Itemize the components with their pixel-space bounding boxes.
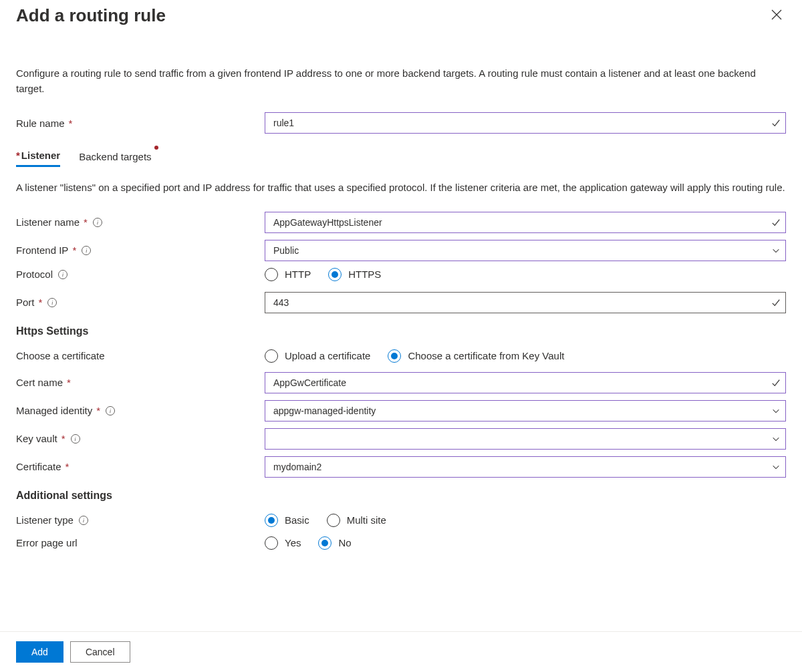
info-icon[interactable]: i: [93, 218, 102, 227]
info-icon[interactable]: i: [82, 246, 91, 255]
add-button[interactable]: Add: [16, 641, 63, 663]
listener-name-input[interactable]: [265, 212, 786, 233]
rule-name-label: Rule name*: [16, 118, 265, 129]
close-button[interactable]: [767, 5, 786, 26]
info-icon[interactable]: i: [79, 516, 88, 525]
protocol-http-radio[interactable]: HTTP: [265, 268, 311, 281]
protocol-https-label: HTTPS: [348, 269, 381, 280]
listener-type-basic-radio[interactable]: Basic: [265, 514, 309, 527]
keyvault-certificate-label: Choose a certificate from Key Vault: [408, 350, 564, 361]
managed-identity-select[interactable]: appgw-managed-identity: [265, 400, 786, 422]
info-icon[interactable]: i: [47, 298, 57, 307]
port-input[interactable]: [265, 292, 786, 313]
key-vault-label: Key vault* i: [16, 433, 265, 444]
tab-backend-targets[interactable]: Backend targets: [79, 151, 151, 166]
protocol-label: Protocol i: [16, 269, 265, 280]
listener-name-label: Listener name* i: [16, 216, 265, 228]
info-icon[interactable]: i: [71, 434, 80, 444]
certificate-select[interactable]: mydomain2: [265, 456, 786, 478]
choose-certificate-label: Choose a certificate: [16, 350, 265, 361]
key-vault-select[interactable]: [265, 428, 786, 450]
description-text: Configure a routing rule to send traffic…: [0, 66, 802, 96]
tab-listener[interactable]: *Listener: [16, 150, 60, 167]
listener-description: A listener "listens" on a specified port…: [0, 180, 802, 196]
listener-type-label: Listener type i: [16, 514, 265, 526]
additional-settings-heading: Additional settings: [0, 490, 802, 502]
https-settings-heading: Https Settings: [0, 325, 802, 337]
upload-certificate-radio[interactable]: Upload a certificate: [265, 349, 370, 363]
error-page-url-label: Error page url: [16, 537, 265, 548]
error-page-no-label: No: [338, 537, 351, 548]
page-title: Add a routing rule: [16, 5, 166, 26]
upload-certificate-label: Upload a certificate: [285, 350, 370, 361]
cert-name-input[interactable]: [265, 372, 786, 393]
cancel-button[interactable]: Cancel: [70, 641, 130, 663]
keyvault-certificate-radio[interactable]: Choose a certificate from Key Vault: [388, 349, 564, 363]
protocol-http-label: HTTP: [285, 269, 311, 280]
managed-identity-label: Managed identity* i: [16, 405, 265, 416]
protocol-https-radio[interactable]: HTTPS: [328, 268, 381, 281]
error-page-yes-radio[interactable]: Yes: [265, 536, 301, 550]
frontend-ip-select[interactable]: Public: [265, 240, 786, 261]
listener-type-basic-label: Basic: [285, 514, 309, 526]
info-icon[interactable]: i: [58, 270, 68, 279]
frontend-ip-label: Frontend IP* i: [16, 244, 265, 256]
info-icon[interactable]: i: [106, 406, 115, 415]
port-label: Port* i: [16, 297, 265, 308]
certificate-label: Certificate*: [16, 461, 265, 472]
listener-type-multi-label: Multi site: [347, 514, 386, 526]
error-page-yes-label: Yes: [285, 537, 301, 548]
listener-type-multi-radio[interactable]: Multi site: [327, 514, 386, 527]
close-icon: [771, 12, 782, 22]
error-page-no-radio[interactable]: No: [318, 536, 351, 550]
cert-name-label: Cert name*: [16, 377, 265, 388]
rule-name-input[interactable]: [265, 112, 786, 134]
